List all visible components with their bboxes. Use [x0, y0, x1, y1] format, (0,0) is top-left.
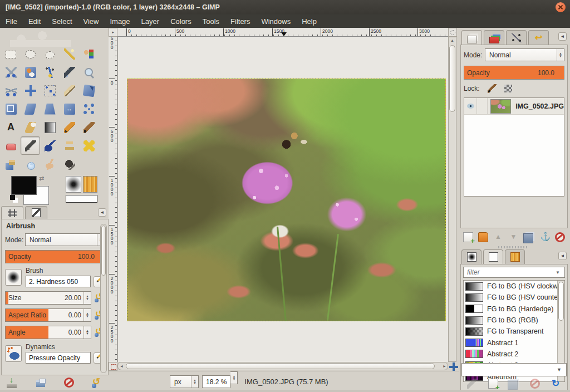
tool-rotate[interactable] — [79, 81, 99, 100]
canvas-horizontal-scrollbar[interactable] — [117, 362, 448, 370]
canvas-vertical-scrollbar[interactable] — [448, 37, 456, 362]
tool-bucket-fill[interactable] — [21, 118, 40, 136]
layer-row[interactable]: IMG_0502.JPG — [464, 98, 564, 115]
tool-text[interactable] — [1, 118, 21, 136]
dynamics-picker-button[interactable] — [5, 345, 22, 362]
edit-gradient-button[interactable] — [467, 379, 477, 389]
tool-ellipse-select[interactable] — [21, 45, 40, 63]
tool-color-picker[interactable] — [60, 63, 79, 81]
vertical-ruler[interactable]: -500 0 500 1000 1500 2000 2500 — [109, 37, 117, 362]
tool-ink[interactable] — [40, 136, 60, 155]
dock-menu-button[interactable] — [558, 32, 567, 41]
save-options-button[interactable] — [7, 378, 18, 389]
gradient-item[interactable]: FG to BG (Hardedge) — [464, 303, 564, 315]
menu-file[interactable]: File — [0, 16, 23, 27]
tool-eraser[interactable] — [1, 136, 21, 155]
panel-menu-button[interactable] — [98, 208, 106, 217]
layer-link-cell[interactable] — [477, 98, 488, 114]
layers-mode-spinner[interactable] — [557, 49, 564, 61]
tool-align[interactable] — [40, 81, 60, 100]
aspect-ratio-slider[interactable]: Aspect Ratio 0.00 — [5, 308, 91, 322]
size-spinner[interactable] — [83, 292, 91, 304]
gradient-item[interactable]: FG to BG (HSV counter-clockwise) — [464, 292, 564, 303]
size-slider[interactable]: Size 20.00 — [5, 291, 91, 305]
menu-layer[interactable]: Layer — [136, 16, 165, 27]
lock-alpha-icon[interactable] — [504, 85, 512, 92]
tab-patterns[interactable] — [505, 249, 525, 264]
default-colors-icon[interactable] — [10, 195, 18, 203]
delete-layer-button[interactable] — [555, 232, 565, 242]
tool-free-select[interactable] — [40, 45, 60, 63]
tool-scissors-select[interactable] — [1, 63, 21, 81]
tool-smudge[interactable] — [40, 155, 60, 173]
zoom-follow-window-button[interactable] — [448, 28, 457, 37]
unit-select[interactable]: px — [170, 375, 199, 388]
delete-gradient-button[interactable] — [530, 379, 540, 389]
reset-options-button[interactable] — [91, 378, 102, 389]
tool-options-scrollbar[interactable] — [100, 224, 107, 373]
scrollbar-thumb[interactable] — [101, 226, 106, 276]
tool-blur-sharpen[interactable] — [21, 155, 40, 173]
brush-name-entry[interactable]: 2. Hardness 050 — [26, 276, 91, 287]
duplicate-gradient-button[interactable] — [508, 380, 518, 390]
new-group-button[interactable] — [478, 232, 488, 242]
tool-rectangle-select[interactable] — [1, 45, 21, 63]
tool-foreground-select[interactable] — [21, 63, 40, 81]
active-gradient-preview[interactable] — [66, 195, 97, 203]
tool-perspective-clone[interactable] — [1, 155, 21, 173]
image-viewport[interactable] — [117, 37, 448, 362]
gradient-item[interactable]: Abstract 1 — [464, 337, 564, 348]
tool-blend[interactable] — [40, 118, 60, 136]
navigation-cross-icon[interactable] — [449, 362, 458, 371]
dock-splitter[interactable] — [498, 246, 529, 248]
canvas-image[interactable] — [127, 79, 446, 321]
menu-tools[interactable]: Tools — [197, 16, 225, 27]
scrollbar-thumb[interactable] — [558, 282, 564, 321]
tool-paintbrush[interactable] — [79, 118, 99, 136]
tab-tool-preset[interactable] — [25, 206, 47, 219]
gradient-item[interactable]: FG to BG (HSV clockwise) — [464, 281, 564, 292]
restore-options-button[interactable] — [35, 378, 46, 389]
tab-channels[interactable] — [484, 30, 504, 45]
lower-layer-button[interactable] — [509, 232, 519, 242]
paint-mode-select[interactable]: Normal — [25, 233, 105, 246]
close-button[interactable] — [556, 2, 566, 12]
gradient-filter[interactable] — [463, 267, 565, 278]
scrollbar-thumb[interactable] — [126, 363, 435, 369]
gradient-preset-combo[interactable] — [461, 363, 567, 376]
tool-clone[interactable] — [60, 136, 79, 155]
gradient-filter-input[interactable] — [464, 268, 556, 276]
menu-filters[interactable]: Filters — [225, 16, 255, 27]
tool-heal[interactable] — [79, 136, 99, 155]
dynamics-entry[interactable]: Pressure Opacity — [26, 352, 91, 364]
menu-image[interactable]: Image — [104, 16, 135, 27]
menu-windows[interactable]: Windows — [255, 16, 296, 27]
tab-tool-options[interactable] — [1, 206, 23, 219]
zoom-level-input[interactable]: 18.2 % — [202, 375, 230, 388]
tool-zoom[interactable] — [79, 63, 99, 81]
gradient-item[interactable]: FG to Transparent — [464, 326, 564, 337]
aspect-spinner[interactable] — [83, 309, 91, 321]
tab-paths[interactable] — [506, 30, 527, 45]
menu-select[interactable]: Select — [46, 16, 77, 27]
tool-dodge-burn[interactable] — [60, 155, 79, 173]
tool-scale[interactable] — [1, 100, 21, 118]
menu-edit[interactable]: Edit — [23, 16, 46, 27]
layers-mode-select[interactable]: Normal — [485, 48, 564, 61]
zoom-spinner[interactable] — [230, 371, 238, 384]
tool-perspective[interactable] — [40, 100, 60, 118]
new-gradient-button[interactable] — [488, 379, 498, 389]
tool-move[interactable] — [21, 81, 40, 100]
active-brush-preview[interactable] — [66, 176, 81, 193]
tool-flip[interactable] — [60, 100, 79, 118]
duplicate-layer-button[interactable] — [523, 233, 533, 243]
tool-paths[interactable] — [40, 63, 60, 81]
menu-colors[interactable]: Colors — [165, 16, 197, 27]
tool-fuzzy-select[interactable] — [60, 45, 79, 63]
tool-crop[interactable] — [60, 81, 79, 100]
tab-undo-history[interactable] — [528, 30, 549, 45]
layer-visibility-cell[interactable] — [464, 98, 477, 114]
chevron-down-icon[interactable] — [556, 270, 564, 275]
tool-measure[interactable] — [1, 81, 21, 100]
menu-view[interactable]: View — [78, 16, 105, 27]
